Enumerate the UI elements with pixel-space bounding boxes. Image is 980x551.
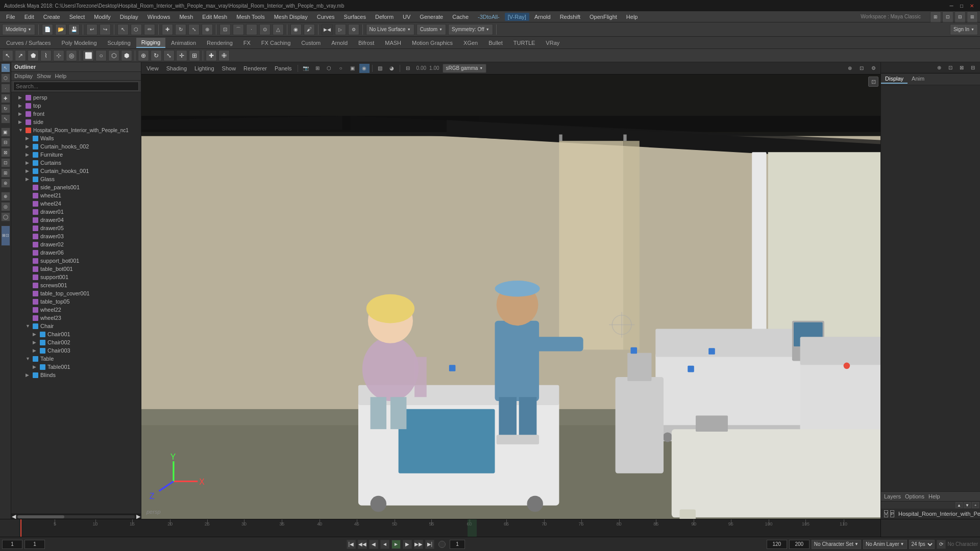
loop-btn[interactable]: ⟳ (937, 540, 946, 549)
tab-fx[interactable]: FX (238, 38, 256, 47)
layer-scroll-down[interactable]: ▼ (964, 502, 971, 508)
vp-menu-shading[interactable]: Shading (163, 65, 190, 71)
tab-animation[interactable]: Animation (166, 38, 201, 47)
render-current-btn[interactable]: ▶◀ (322, 24, 333, 35)
vp-icon-ao[interactable]: ◕ (387, 64, 397, 73)
tool-paint[interactable]: · (1, 84, 10, 93)
outliner-item-wheel23[interactable]: wheel23 (11, 314, 141, 322)
tool-move[interactable]: ✚ (1, 94, 10, 103)
fps-select[interactable]: 24 fps 30 fps 60 fps (909, 540, 935, 549)
workspace-snap3[interactable]: ⊟ (954, 11, 966, 22)
tab-display[interactable]: Display (881, 74, 908, 84)
prev-key-btn[interactable]: ◀◀ (358, 540, 367, 549)
outliner-item-drawer02[interactable]: drawer02 (11, 240, 141, 248)
tab-rendering[interactable]: Rendering (202, 38, 238, 47)
timeline-playhead[interactable] (20, 519, 21, 537)
right-panel-icon1[interactable]: ⊕ (934, 63, 944, 72)
outliner-item-chair[interactable]: ▼ Chair (11, 322, 141, 330)
no-anim-layer-dropdown[interactable]: No Anim Layer ▼ (863, 540, 907, 549)
timeline-ruler[interactable]: 5 10 15 20 25 30 35 40 45 (20, 519, 880, 537)
menu-deform[interactable]: Deform (371, 13, 398, 21)
prev-frame-btn[interactable]: ◀ (369, 540, 378, 549)
menu-uv[interactable]: UV (399, 13, 414, 21)
tool-r1[interactable]: ▣ (1, 128, 10, 137)
icon-select-paint[interactable]: ⬟ (28, 50, 39, 61)
snap-view-btn[interactable]: ⊙ (259, 24, 271, 35)
tool-rotate[interactable]: ↻ (1, 104, 10, 113)
tool-node-ed[interactable]: ⊞⊡ (1, 226, 10, 246)
close-button[interactable]: ✕ (968, 2, 976, 9)
menu-vray[interactable]: [V-Ray] (505, 13, 529, 21)
outliner-item-curtain-hooks-001[interactable]: ▶ Curtain_hooks_001 (11, 167, 141, 175)
minimize-button[interactable]: ─ (947, 2, 955, 9)
no-character-set-dropdown[interactable]: No Character Set ▼ (812, 540, 861, 549)
outliner-item-chair003[interactable]: ▶ Chair003 (11, 346, 141, 355)
icon-show-manip[interactable]: ⊞ (189, 50, 200, 61)
layer-menu-help[interactable]: Help (928, 493, 940, 499)
paint-btn[interactable]: ✏ (144, 24, 155, 35)
outliner-item-wheel21[interactable]: wheel21 (11, 191, 141, 199)
move-btn[interactable]: ✚ (162, 24, 173, 35)
undo-btn[interactable]: ↩ (86, 24, 97, 35)
outliner-item-table-top05[interactable]: table_top05 (11, 297, 141, 306)
vp-icon-lights[interactable]: ◉ (359, 64, 370, 73)
icon-box-sel[interactable]: ⬜ (83, 50, 94, 61)
outliner-item-top[interactable]: ▶ top (11, 102, 141, 110)
outliner-item-support-bot001[interactable]: support_bot001 (11, 257, 141, 265)
snap-grid-btn[interactable]: ⊡ (219, 24, 231, 35)
range-start-field[interactable] (24, 540, 45, 549)
outliner-item-table001[interactable]: ▶ Table001 (11, 363, 141, 371)
tab-sculpting[interactable]: Sculpting (103, 38, 136, 47)
right-panel-icon2[interactable]: ⊡ (945, 63, 955, 72)
menu-display[interactable]: Display (116, 13, 142, 21)
layer-new-btn[interactable]: + (972, 502, 979, 508)
layer-visibility[interactable]: V (884, 510, 888, 517)
play-fwd-btn[interactable]: ► (391, 540, 401, 549)
tool-r7[interactable]: ⊕ (1, 192, 10, 201)
lasso-btn[interactable]: ⬡ (131, 24, 142, 35)
universal-manip-btn[interactable]: ⊕ (202, 24, 213, 35)
vp-icon-isosel[interactable]: ⊟ (403, 64, 413, 73)
menu-cache[interactable]: Cache (448, 13, 473, 21)
menu-help[interactable]: Help (622, 13, 642, 21)
icon-minus[interactable]: ✙ (218, 50, 230, 61)
layer-playback[interactable]: P (890, 510, 894, 517)
outliner-item-hospital-room[interactable]: ▼ Hospital_Room_Interior_with_People_nc1 (11, 126, 141, 134)
menu-windows[interactable]: Windows (143, 13, 175, 21)
tool-lasso[interactable]: ⬡ (1, 73, 10, 83)
outliner-item-chair002[interactable]: ▶ Chair002 (11, 338, 141, 346)
render-settings-btn[interactable]: ⚙ (348, 24, 359, 35)
timeline-track[interactable]: 5 10 15 20 25 30 35 40 45 (20, 519, 880, 537)
outliner-menu-show[interactable]: Show (37, 73, 51, 79)
autokey-btn[interactable] (438, 541, 446, 548)
vp-icon-settings[interactable]: ⚙ (868, 64, 878, 73)
maximize-button[interactable]: □ (958, 2, 966, 9)
hscroll-thumb[interactable] (17, 515, 64, 518)
icon-select-through[interactable]: ↗ (15, 50, 26, 61)
viewport-3d[interactable]: X Y Z (141, 74, 880, 519)
outliner-item-walls[interactable]: ▶ Walls (11, 134, 141, 142)
vp-icon-wireframe[interactable]: ⬡ (324, 64, 334, 73)
menu-3dtool[interactable]: -3DtoAll- (474, 13, 504, 21)
outliner-item-drawer06[interactable]: drawer06 (11, 248, 141, 257)
outliner-menu-display[interactable]: Display (14, 73, 33, 79)
snap-point-btn[interactable]: · (246, 24, 257, 35)
custom-dropdown[interactable]: Custom (416, 24, 446, 35)
vp-icon-grid[interactable]: ⊞ (312, 64, 323, 73)
icon-poly-sel[interactable]: ⬡ (108, 50, 119, 61)
layer-menu-layers[interactable]: Layers (884, 493, 901, 499)
menu-edit[interactable]: Edit (20, 13, 38, 21)
tab-xgen[interactable]: XGen (458, 38, 483, 47)
outliner-item-drawer03[interactable]: drawer03 (11, 232, 141, 240)
save-scene-btn[interactable]: 💾 (68, 24, 80, 35)
frame-marker-input[interactable] (450, 540, 465, 549)
layer-item[interactable]: V P Hospital_Room_Interior_with_People (881, 509, 980, 519)
tool-r5[interactable]: ⊞ (1, 168, 10, 178)
outliner-search-input[interactable] (13, 82, 139, 91)
outliner-item-table-top-cover001[interactable]: table_top_cover001 (11, 289, 141, 297)
icon-tweak[interactable]: ⊹ (53, 50, 64, 61)
vp-menu-lighting[interactable]: Lighting (191, 65, 217, 71)
outliner-item-screws001[interactable]: screws001 (11, 281, 141, 289)
scale-btn[interactable]: ⤡ (188, 24, 200, 35)
menu-edit-mesh[interactable]: Edit Mesh (198, 13, 231, 21)
